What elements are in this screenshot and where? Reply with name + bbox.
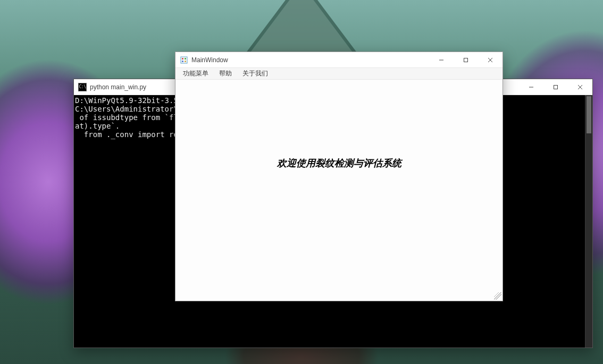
console-close-button[interactable] — [568, 79, 592, 95]
mainwin-close-button[interactable] — [478, 52, 502, 68]
svg-rect-10 — [464, 58, 468, 62]
menu-about[interactable]: 关于我们 — [237, 68, 273, 79]
console-title: python main_win.py — [90, 83, 146, 91]
svg-rect-5 — [182, 58, 183, 60]
mainwin-minimize-button[interactable] — [429, 52, 454, 68]
console-minimize-button[interactable] — [519, 79, 543, 95]
cmd-icon: C:\ — [78, 83, 87, 91]
svg-rect-1 — [554, 85, 558, 89]
mainwin-title: MainWindow — [191, 56, 228, 64]
menu-help[interactable]: 帮助 — [214, 68, 237, 79]
menu-function[interactable]: 功能菜单 — [178, 68, 214, 79]
console-maximize-button[interactable] — [543, 79, 568, 95]
welcome-label: 欢迎使用裂纹检测与评估系统 — [175, 157, 502, 170]
app-icon — [180, 56, 188, 64]
resize-grip-icon[interactable] — [494, 292, 501, 300]
svg-rect-7 — [182, 61, 183, 62]
mainwin-titlebar[interactable]: MainWindow — [175, 52, 502, 68]
mainwin-client-area: 欢迎使用裂纹检测与评估系统 — [175, 80, 502, 301]
svg-rect-8 — [185, 61, 186, 62]
svg-rect-6 — [185, 58, 186, 60]
console-scrollbar[interactable] — [585, 95, 592, 348]
mainwin-menubar: 功能菜单 帮助 关于我们 — [175, 68, 502, 80]
main-window: MainWindow 功能菜单 帮助 关于我们 欢迎使用裂纹检测与评估系统 — [175, 52, 503, 301]
console-scrollbar-thumb[interactable] — [587, 96, 591, 133]
mainwin-maximize-button[interactable] — [454, 52, 478, 68]
svg-rect-4 — [181, 57, 187, 63]
